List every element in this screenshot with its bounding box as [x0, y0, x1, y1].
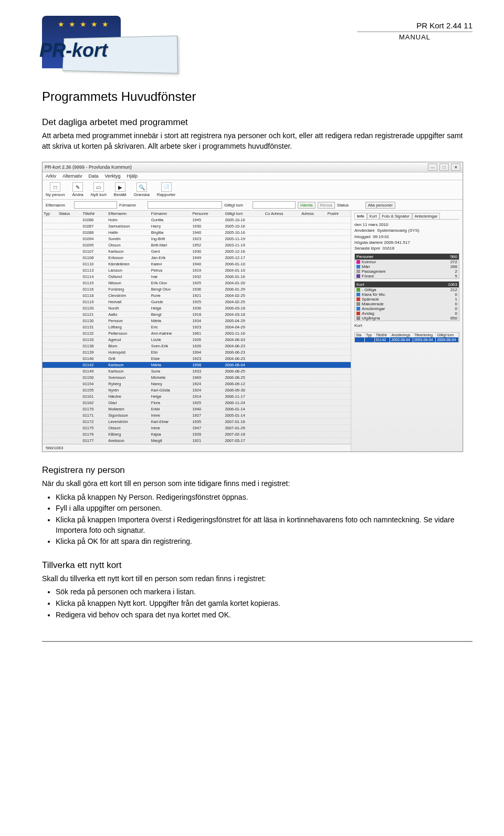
window-title: PR-kort 2.36 (9999 - Provlunda Kommun) — [45, 164, 132, 170]
register-steps-list: Klicka på knappen Ny Person. Redigerings… — [42, 492, 472, 547]
newcard-steps-list: Sök reda på personen och markera i lista… — [42, 587, 472, 620]
table-row[interactable]: 01095OlssonBritt-Mari19522003-11-19 — [43, 242, 351, 249]
menu-arkiv[interactable]: Arkiv — [46, 173, 56, 179]
table-row[interactable]: 01172LeverströmKarl-Einar19352007-01-16 — [43, 419, 351, 425]
table-row[interactable]: 01110KämäräinenKalevi19402006-01-10 — [43, 261, 351, 267]
table-row[interactable]: 01116ForsbergBengt Olov19362006-01-29 — [43, 286, 351, 293]
sub-heading-newcard: Tillverka ett nytt kort — [42, 560, 472, 571]
rensa-button[interactable]: Rensa — [318, 202, 335, 209]
list-item: Klicka på knappen Nytt kort. Uppgifter f… — [56, 598, 472, 609]
table-row[interactable]: 01150SvenssonMichelle19692006-08-25 — [43, 375, 351, 381]
table-row[interactable]: 01087SamuelssonHarry19302005-10-16 — [43, 223, 351, 230]
bestall-button[interactable]: ▶Beställ — [114, 182, 127, 197]
table-row[interactable]: 01154RybergNancy19242006-09-12 — [43, 381, 351, 387]
current-date: den 11 mars 2010 — [354, 222, 459, 228]
table-row[interactable]: 01121AaltoBengt19182004-03-18 — [43, 312, 351, 318]
new-icon: □ — [50, 182, 60, 192]
logo-text: PR-kort — [39, 39, 108, 61]
kort-label: Kort — [354, 323, 459, 328]
close-button[interactable]: ✕ — [451, 163, 460, 171]
table-row[interactable]: 01113LarssonPetrus19192004-01-10 — [43, 267, 351, 274]
table-row[interactable]: 01119HedvallGunde19252004-02-25 — [43, 299, 351, 305]
table-row[interactable]: 01149KarlssonSune19332006-08-25 — [43, 368, 351, 375]
table-row[interactable]: 01114ÖstlundIvar19322006-01-16 — [43, 274, 351, 280]
table-row[interactable]: 01138BlomSven-Erik19262004-06-23 — [43, 343, 351, 349]
stat-row: - Giltiga212 — [355, 287, 459, 292]
table-row[interactable]: 01161HärdneHelge19142006-11-17 — [43, 394, 351, 400]
list-item: Klicka på OK för att spara din registrer… — [56, 536, 472, 547]
menu-data[interactable]: Data — [89, 173, 99, 179]
efternamn-input[interactable] — [74, 201, 117, 209]
nytt-kort-button[interactable]: ▭Nytt kort — [91, 182, 107, 197]
table-row[interactable]: 01094SundinIng-Britt19232005-11-19 — [43, 236, 351, 242]
column-header[interactable]: Status — [58, 211, 82, 217]
menubar: Arkiv Alternativ Data Verktyg Hjälp — [43, 172, 463, 180]
andra-button[interactable]: ✎Ändra — [72, 182, 83, 197]
paragraph-newcard: Skall du tillverka ett nytt kort till en… — [42, 574, 472, 584]
column-header[interactable]: Adress — [300, 211, 326, 217]
minimize-button[interactable]: — — [428, 163, 437, 171]
table-row[interactable]: 01171SigurdssonIrene19272005-01-14 — [43, 412, 351, 419]
list-item: Klicka på knappen Importera överst i Red… — [56, 515, 472, 535]
table-row[interactable]: 01139HolmqvistElin19942006-06-23 — [43, 349, 351, 356]
table-row[interactable]: 01140GrillElsie19232004-06-23 — [43, 356, 351, 362]
tab-anteck[interactable]: Anteckningar — [412, 213, 440, 219]
stat-row: Spärrade1 — [355, 297, 459, 302]
column-header[interactable]: Förnamn — [150, 211, 192, 217]
label-efternamn: Efternamn — [46, 203, 72, 208]
maximize-button[interactable]: □ — [439, 163, 449, 171]
table-row[interactable]: 01177AxelssonMargit19212007-03-17 — [43, 438, 351, 444]
fornamn-input[interactable] — [148, 201, 222, 209]
persons-table[interactable]: TypStatusTillstNrEfternamnFörnamnPersonn… — [43, 211, 351, 444]
label-status: Status — [337, 203, 363, 208]
rapporter-button[interactable]: 📄Rapporter — [157, 182, 176, 197]
tab-foto[interactable]: Foto & Signatur — [380, 213, 412, 219]
info-block: den 11 mars 2010 Användare Systemansvari… — [354, 222, 459, 251]
column-header[interactable]: Co Adress — [264, 211, 301, 217]
table-row[interactable]: 01107KarlssonGerd19302005-12-16 — [43, 249, 351, 255]
table-row[interactable]: 01130PerssonMärta19342005-04-29 — [43, 318, 351, 324]
menu-verktyg[interactable]: Verktyg — [105, 173, 121, 179]
stat-row: Avslag0 — [355, 311, 459, 316]
list-item: Redigera vid behov och spara det nya kor… — [56, 610, 472, 621]
ny-person-button[interactable]: □Ny person — [46, 182, 65, 197]
column-header[interactable]: Giltigt tom — [224, 211, 264, 217]
column-header[interactable]: Typ — [43, 211, 58, 217]
table-row[interactable]: 01175OlssonIrene19472007-01-29 — [43, 425, 351, 431]
column-header[interactable]: Efternamn — [107, 211, 150, 217]
column-header[interactable]: Personnr — [191, 211, 224, 217]
menu-hjalp[interactable]: Hjälp — [127, 173, 138, 179]
stat-row: Ansökningar0 — [355, 306, 459, 311]
page-footer-rule — [42, 641, 472, 642]
tab-info[interactable]: Info — [354, 213, 367, 219]
table-row[interactable]: 01088HallinBirgitta19402005-10-16 — [43, 230, 351, 236]
table-row[interactable]: 01142KarlssonMärta19582006-08-04 — [43, 362, 351, 368]
table-row[interactable]: 01120NordhHelge19362006-03-18 — [43, 305, 351, 312]
kort-stats: Kort1063 - Giltiga212Klara för tillv.0Sp… — [354, 281, 459, 321]
table-row[interactable]: 01131LöfbergEric19232004-04-29 — [43, 324, 351, 331]
column-header[interactable]: Postnr — [327, 211, 351, 217]
table-row[interactable]: 01170MoilanenErkki19402006-01-14 — [43, 406, 351, 412]
table-row[interactable]: 01133AgerudLizzie19262004-06-03 — [43, 337, 351, 343]
hamta-button[interactable]: Hämta — [298, 202, 316, 209]
column-header[interactable]: TillstNr — [82, 211, 108, 217]
menu-alternativ[interactable]: Alternativ — [62, 173, 82, 179]
tab-kort[interactable]: Kort — [367, 213, 380, 219]
edit-icon: ✎ — [72, 182, 83, 192]
sub-heading-daily: Det dagliga arbetet med programmet — [42, 117, 472, 128]
table-row[interactable]: 01086HolmGunilla19452005-10-16 — [43, 217, 351, 223]
table-row[interactable]: 01132PetterssonAnn-Katrine19612003-11-16 — [43, 331, 351, 337]
granska-button[interactable]: 🔍Granska — [134, 182, 150, 197]
table-row[interactable]: 01108ErikssonJan-Erik19492005-12-17 — [43, 255, 351, 261]
table-row[interactable]: 01118ClevströmRune19212004-02-25 — [43, 293, 351, 299]
alla-personer-select[interactable]: Alla personer — [365, 202, 395, 209]
table-row[interactable]: 01162GladFlora19252006-11-24 — [43, 400, 351, 406]
table-row[interactable]: 01115NilssonErik Olov19252004-01-20 — [43, 280, 351, 286]
table-row[interactable]: 01155NyrénKarl-Gösta19242006-09-30 — [43, 387, 351, 394]
table-row[interactable]: 01176KåbergKajsa19282007-02-18 — [43, 431, 351, 438]
page-header-line: PR Kort 2.44 11 — [357, 21, 472, 32]
stat-row: Kvinnor272 — [355, 260, 459, 264]
toolbar: □Ny person ✎Ändra ▭Nytt kort ▶Beställ 🔍G… — [43, 180, 463, 200]
stat-row: Män288 — [355, 264, 459, 269]
giltigt-input[interactable] — [253, 201, 296, 209]
